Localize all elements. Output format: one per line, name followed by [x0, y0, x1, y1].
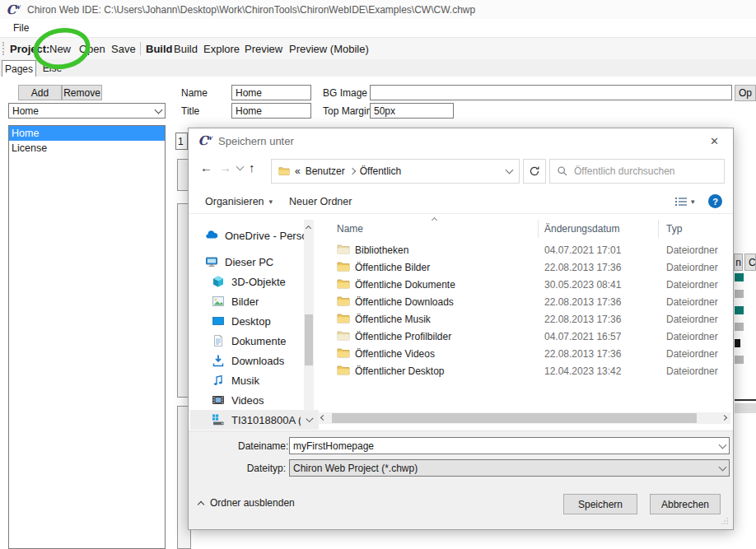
toolbar-button-save[interactable]: Save [111, 38, 136, 59]
toolbar-separator [140, 42, 141, 55]
toolbar-button-explore[interactable]: Explore [203, 38, 240, 59]
hidden-swatch [735, 306, 744, 314]
organize-menu[interactable]: Organisieren ▾ [205, 189, 273, 213]
place-musik[interactable]: Musik [190, 370, 319, 390]
scroll-up-icon[interactable] [306, 226, 311, 231]
file-name: Öffentliche Downloads [355, 293, 454, 310]
dialog-close-button[interactable]: ✕ [696, 128, 733, 153]
help-button[interactable]: ? [708, 189, 722, 213]
place-onedrive-persor[interactable]: OneDrive - Persor [190, 226, 319, 245]
breadcrumb-oeffentlich[interactable]: Öffentlich [360, 165, 401, 177]
page-list-item-home[interactable]: Home [9, 126, 165, 141]
address-bar[interactable]: « Benutzer Öffentlich [271, 159, 520, 184]
top-margin-field[interactable]: 50px [370, 103, 454, 119]
search-box[interactable]: Öffentlich durchsuchen [549, 159, 725, 184]
file-date: 12.04.2023 13:42 [544, 362, 621, 379]
title-field[interactable]: Home [231, 103, 311, 119]
filetype-dropdown[interactable]: Chiron Web Project (*.chwp) [289, 459, 730, 477]
column-divider[interactable] [538, 220, 539, 238]
back-arrow-icon[interactable]: ← [200, 161, 212, 174]
open-image-button-partial[interactable]: Op [735, 85, 756, 101]
file-row-ffentliche-musik[interactable]: Öffentliche Musik22.08.2013 17:36Dateior… [330, 310, 730, 328]
toolbar-button-new[interactable]: New [49, 38, 71, 59]
folder-icon [337, 295, 350, 308]
column-header-type[interactable]: Typ [666, 223, 682, 235]
tab-else[interactable]: Else [37, 60, 68, 77]
menu-file[interactable]: File [13, 22, 29, 34]
sidebar-scrollbar[interactable] [304, 220, 314, 411]
remove-page-button[interactable]: Remove [62, 85, 102, 100]
place-3d-objekte[interactable]: 3D-Objekte [190, 272, 319, 291]
places-sidebar: OneDrive - PersorDieser PC3D-ObjekteBild… [190, 226, 319, 430]
file-date: 22.08.2013 17:36 [544, 293, 621, 310]
toolbar-button-open[interactable]: Open [79, 38, 105, 59]
chevron-down-icon[interactable] [306, 415, 313, 422]
bg-image-field[interactable] [370, 85, 732, 100]
place-bilder[interactable]: Bilder [190, 291, 319, 311]
file-row-bibliotheken[interactable]: Bibliotheken04.07.2021 17:01Dateiordner [330, 241, 730, 258]
scroll-left-icon[interactable] [320, 415, 326, 421]
toolbar-button-build[interactable]: Build [174, 38, 198, 59]
folder-icon [337, 312, 350, 325]
filename-input[interactable]: myFirstHomepage [289, 437, 730, 454]
place-videos[interactable]: Videos [190, 390, 319, 410]
scrollbar-thumb[interactable] [332, 413, 697, 423]
details-view-icon [674, 195, 688, 208]
file-name: Öffentliche Dokumente [355, 276, 455, 293]
file-type: Dateiordner [666, 293, 718, 310]
view-mode-button[interactable]: ▾ [674, 189, 695, 213]
chiron-logo-icon: Cw [7, 3, 20, 16]
breadcrumb-separator-icon [348, 168, 355, 174]
add-page-button[interactable]: Add [18, 85, 62, 100]
up-arrow-icon[interactable]: ↑ [249, 161, 255, 174]
place-label: Bilder [231, 295, 259, 308]
page-list-item-license[interactable]: License [9, 141, 165, 156]
place-label: OneDrive - Persor [225, 230, 311, 242]
place-dieser-pc[interactable]: Dieser PC [190, 252, 319, 272]
resize-grip-icon[interactable] [721, 517, 729, 525]
refresh-button[interactable] [523, 159, 546, 184]
place-desktop[interactable]: Desktop [190, 311, 319, 331]
save-button[interactable]: Speichern [563, 494, 637, 514]
place-dokumente[interactable]: Dokumente [190, 331, 319, 351]
history-chevron-icon[interactable] [236, 163, 245, 171]
file-row-ffentliche-downloads[interactable]: Öffentliche Downloads22.08.2013 17:36Dat… [330, 293, 730, 310]
address-chevron-icon[interactable] [506, 166, 514, 174]
toolbar-button-preview[interactable]: Preview [245, 38, 282, 59]
breadcrumb-benutzer[interactable]: Benutzer [306, 165, 345, 177]
file-row-ffentliche-dokumente[interactable]: Öffentliche Dokumente30.05.2023 08:41Dat… [330, 276, 730, 293]
scrollbar-thumb[interactable] [305, 314, 313, 365]
scroll-right-icon[interactable] [721, 415, 727, 421]
file-row-ffentliche-videos[interactable]: Öffentliche Videos22.08.2013 17:36Dateio… [330, 345, 730, 362]
file-row-ffentliche-bilder[interactable]: Öffentliche Bilder22.08.2013 17:36Dateio… [330, 258, 730, 276]
toolbar-label-project: Project: [10, 38, 49, 59]
tab-pages[interactable]: Pages [2, 60, 36, 77]
new-folder-button[interactable]: Neuer Ordner [289, 189, 352, 213]
page-select-dropdown[interactable]: Home [8, 103, 166, 119]
toolbar-button-preview-mobile[interactable]: Preview (Mobile) [289, 38, 369, 59]
column-header-date[interactable]: Änderungsdatum [544, 223, 619, 235]
file-name: Bibliotheken [355, 241, 408, 258]
file-date: 22.08.2013 17:36 [544, 310, 621, 328]
folder-light-icon [337, 243, 350, 256]
name-field[interactable]: Home [231, 85, 311, 100]
column-divider[interactable] [658, 220, 659, 238]
breadcrumb-overflow[interactable]: « [295, 165, 301, 177]
file-name: Öffentliche Profilbilder [355, 328, 451, 345]
dialog-title-bar: Cw Speichern unter [189, 128, 733, 153]
dialog-title: Speichern unter [218, 135, 294, 147]
file-type: Dateiordner [666, 328, 718, 345]
bg-image-label: BG Image [323, 87, 367, 99]
column-header-name[interactable]: Name [337, 223, 363, 235]
forward-arrow-icon[interactable]: → [219, 161, 231, 174]
place-ti31018800a-c[interactable]: TI31018800A (C:) [190, 410, 319, 430]
file-row-ffentliche-profilbilder[interactable]: Öffentliche Profilbilder04.07.2021 16:57… [330, 328, 730, 345]
file-name: Öffentliche Musik [355, 310, 431, 328]
horizontal-scrollbar[interactable] [318, 412, 730, 424]
place-downloads[interactable]: Downloads [190, 351, 319, 370]
toolbar-grip [2, 42, 6, 55]
hide-folders-button[interactable]: Ordner ausblenden [198, 497, 295, 509]
cancel-button[interactable]: Abbrechen [650, 494, 721, 514]
thispc-icon [205, 255, 218, 268]
file-row-ffentlicher-desktop[interactable]: Öffentlicher Desktop12.04.2023 13:42Date… [330, 362, 730, 379]
